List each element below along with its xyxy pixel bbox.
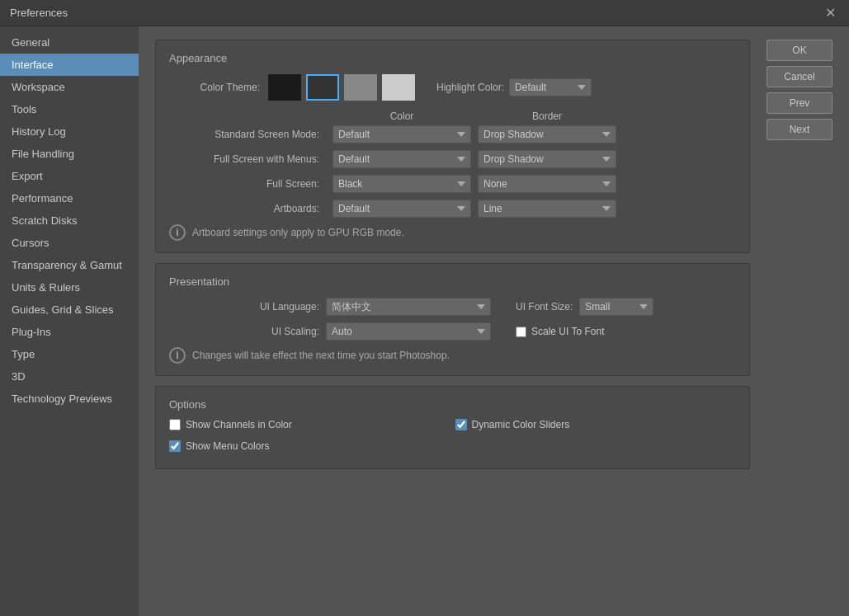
sidebar-item-3d[interactable]: 3D	[0, 365, 139, 388]
show-menu-checkbox[interactable]	[169, 440, 181, 452]
presentation-title: Presentation	[169, 275, 736, 288]
ui-font-size-label: UI Font Size:	[516, 301, 573, 313]
scale-ui-row: Scale UI To Font	[516, 326, 605, 337]
artboard-info-row: i Artboard settings only apply to GPU RG…	[169, 224, 736, 241]
options-grid: Show Channels in Color Dynamic Color Sli…	[169, 419, 736, 457]
artboards-color-select[interactable]: Default Black	[333, 200, 471, 218]
full-screen-label: Full Screen:	[169, 178, 326, 190]
sidebar-item-interface[interactable]: Interface	[0, 54, 139, 76]
artboards-border-select[interactable]: Line Drop Shadow None	[478, 200, 616, 218]
presentation-info-text: Changes will take effect the next time y…	[192, 350, 450, 361]
sidebar-item-workspace[interactable]: Workspace	[0, 76, 139, 98]
dynamic-color-label[interactable]: Dynamic Color Sliders	[472, 419, 570, 430]
standard-screen-row: Standard Screen Mode: Default Black Drop…	[169, 125, 736, 143]
sidebar-item-guides,-grid-&-slices[interactable]: Guides, Grid & Slices	[0, 299, 139, 321]
titlebar: Preferences ✕	[0, 0, 849, 26]
full-screen-menus-label: Full Screen with Menus:	[169, 153, 326, 165]
sidebar-item-units-&-rulers[interactable]: Units & Rulers	[0, 276, 139, 299]
sidebar-item-scratch-disks[interactable]: Scratch Disks	[0, 209, 139, 232]
highlight-color-label: Highlight Color:	[436, 82, 504, 93]
col-color-header: Color	[333, 111, 471, 122]
color-theme-label: Color Theme:	[169, 82, 260, 93]
full-screen-menus-color-select[interactable]: Default Black	[333, 150, 471, 168]
appearance-section: Appearance Color Theme: Highlight Color:…	[155, 40, 750, 253]
ui-language-select[interactable]: 简体中文 English 日本語	[326, 298, 491, 316]
show-channels-row: Show Channels in Color	[169, 419, 450, 430]
scale-ui-checkbox[interactable]	[516, 327, 526, 337]
full-screen-row: Full Screen: Black Default None Drop Sha…	[169, 175, 736, 193]
theme-medium-swatch[interactable]	[344, 74, 377, 101]
standard-screen-color-select[interactable]: Default Black	[333, 125, 471, 143]
sidebar-item-transparency-&-gamut[interactable]: Transparency & Gamut	[0, 254, 139, 276]
show-channels-label[interactable]: Show Channels in Color	[186, 419, 292, 430]
appearance-title: Appearance	[169, 52, 736, 64]
info-icon: i	[169, 224, 186, 241]
window-title: Preferences	[10, 7, 68, 19]
sidebar-item-export[interactable]: Export	[0, 165, 139, 187]
presentation-section: Presentation UI Language: 简体中文 English 日…	[155, 263, 750, 376]
artboards-row: Artboards: Default Black Line Drop Shado…	[169, 200, 736, 218]
theme-darkest-swatch[interactable]	[268, 74, 301, 101]
full-screen-menus-border-select[interactable]: Drop Shadow None Line	[478, 150, 616, 168]
sidebar-item-history-log[interactable]: History Log	[0, 120, 139, 143]
col-border-header: Border	[478, 111, 616, 122]
artboard-info-text: Artboard settings only apply to GPU RGB …	[192, 227, 404, 238]
ui-scaling-label: UI Scaling:	[169, 326, 326, 337]
sidebar-item-cursors[interactable]: Cursors	[0, 232, 139, 254]
presentation-info-icon: i	[169, 347, 186, 364]
action-buttons: OK Cancel Prev Next	[766, 40, 832, 140]
highlight-color-select[interactable]: Default Blue Red	[509, 78, 592, 96]
sidebar-item-type[interactable]: Type	[0, 343, 139, 365]
ok-button[interactable]: OK	[766, 40, 832, 61]
content-area: OK Cancel Prev Next Appearance Color The…	[139, 26, 849, 616]
color-theme-row: Color Theme: Highlight Color: Default Bl…	[169, 74, 736, 101]
cancel-button[interactable]: Cancel	[766, 66, 832, 87]
full-screen-border-select[interactable]: None Drop Shadow Line	[478, 175, 616, 193]
sidebar-item-general[interactable]: General	[0, 31, 139, 54]
ui-scaling-select[interactable]: Auto 100% 150% 200%	[326, 322, 491, 341]
options-section: Options Show Channels in Color Dynamic C…	[155, 386, 750, 469]
close-button[interactable]: ✕	[822, 5, 839, 21]
main-content: GeneralInterfaceWorkspaceToolsHistory Lo…	[0, 26, 849, 616]
prev-button[interactable]: Prev	[766, 92, 832, 114]
dynamic-color-checkbox[interactable]	[455, 419, 467, 430]
ui-language-row: UI Language: 简体中文 English 日本語 UI Font Si…	[169, 298, 736, 316]
ui-language-label: UI Language:	[169, 301, 326, 313]
dynamic-color-row: Dynamic Color Sliders	[455, 419, 737, 430]
show-channels-checkbox[interactable]	[169, 419, 181, 430]
scale-ui-label[interactable]: Scale UI To Font	[531, 326, 605, 337]
theme-dark-swatch[interactable]	[306, 74, 339, 101]
full-screen-menus-row: Full Screen with Menus: Default Black Dr…	[169, 150, 736, 168]
sidebar-item-performance[interactable]: Performance	[0, 187, 139, 209]
show-menu-label[interactable]: Show Menu Colors	[186, 440, 269, 452]
sidebar-item-technology-previews[interactable]: Technology Previews	[0, 388, 139, 410]
next-button[interactable]: Next	[766, 119, 832, 140]
theme-light-swatch[interactable]	[382, 74, 415, 101]
sidebar-item-tools[interactable]: Tools	[0, 98, 139, 120]
standard-screen-label: Standard Screen Mode:	[169, 129, 326, 140]
options-title: Options	[169, 398, 736, 411]
show-menu-row: Show Menu Colors	[169, 440, 450, 452]
sidebar-item-file-handling[interactable]: File Handling	[0, 143, 139, 165]
presentation-info-row: i Changes will take effect the next time…	[169, 347, 736, 364]
full-screen-color-select[interactable]: Black Default	[333, 175, 471, 193]
preferences-window: Preferences ✕ GeneralInterfaceWorkspaceT…	[0, 0, 849, 616]
artboards-label: Artboards:	[169, 203, 326, 214]
ui-scaling-row: UI Scaling: Auto 100% 150% 200% Scale UI…	[169, 322, 736, 341]
sidebar: GeneralInterfaceWorkspaceToolsHistory Lo…	[0, 26, 139, 616]
sidebar-item-plug-ins[interactable]: Plug-Ins	[0, 321, 139, 343]
standard-screen-border-select[interactable]: Drop Shadow None Line	[478, 125, 616, 143]
ui-font-size-select[interactable]: Small Medium Large	[579, 298, 653, 316]
